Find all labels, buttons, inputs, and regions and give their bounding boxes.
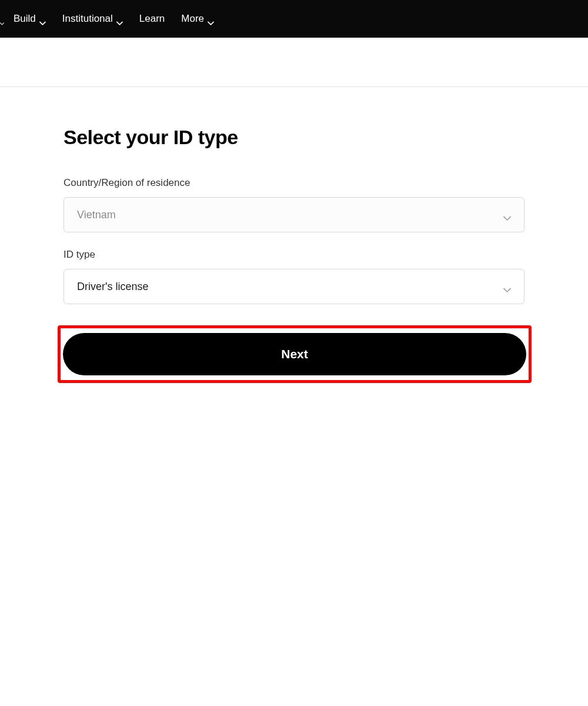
country-label: Country/Region of residence [64,177,524,189]
top-nav: Build Institutional Learn More [0,0,588,38]
chevron-down-icon [39,17,46,21]
nav-label: More [181,13,204,25]
next-button[interactable]: Next [63,333,526,375]
nav-item-learn[interactable]: Learn [131,0,173,38]
chevron-down-icon [116,17,123,21]
country-field-group: Country/Region of residence Vietnam [64,177,524,232]
chevron-down-icon [208,17,214,21]
id-type-field-group: ID type Driver's license [64,249,524,304]
id-type-label: ID type [64,249,524,261]
country-value: Vietnam [77,209,116,221]
nav-item-institutional[interactable]: Institutional [54,0,131,38]
sub-header [0,38,588,87]
nav-label: Build [14,13,36,25]
next-button-highlight: Next [58,325,532,383]
nav-label: Learn [139,13,165,25]
nav-item-build[interactable]: Build [9,0,54,38]
chevron-down-icon [503,284,511,289]
nav-label: Institutional [62,13,113,25]
chevron-down-icon [0,17,4,21]
id-type-value: Driver's license [77,281,148,293]
nav-item-more[interactable]: More [173,0,222,38]
id-type-select[interactable]: Driver's license [64,269,524,304]
main-content: Select your ID type Country/Region of re… [0,87,588,383]
country-select[interactable]: Vietnam [64,197,524,232]
chevron-down-icon [503,212,511,217]
page-title: Select your ID type [64,126,524,149]
